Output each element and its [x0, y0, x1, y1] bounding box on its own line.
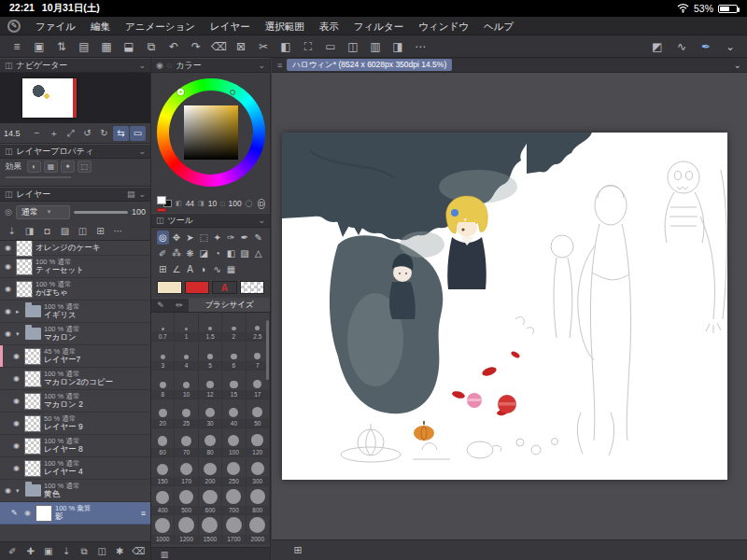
sv-marker[interactable]: [230, 90, 235, 95]
brush-size-20[interactable]: 20: [151, 399, 175, 428]
brush-size-0.7[interactable]: 0.7: [151, 313, 175, 342]
brush-size-150[interactable]: 150: [151, 457, 175, 486]
tool-decoration-icon[interactable]: ❋: [184, 246, 196, 260]
brush-size-1500[interactable]: 1500: [199, 515, 222, 544]
brush-size-100[interactable]: 100: [222, 428, 246, 457]
brush-size-70[interactable]: 70: [175, 428, 198, 457]
layer-thumbnail[interactable]: [16, 241, 33, 257]
palette-dock-icon[interactable]: ▥: [157, 550, 172, 559]
brush-size-50[interactable]: 50: [247, 399, 270, 428]
layer-thumbnail[interactable]: [16, 259, 33, 275]
cmd-new-file-icon[interactable]: ▤: [77, 40, 92, 53]
sub-color-chip[interactable]: [157, 208, 166, 212]
main-sub-color-swatch[interactable]: [157, 196, 172, 207]
layer-thumbnail[interactable]: [35, 505, 52, 522]
visibility-eye-icon[interactable]: ◉: [3, 262, 13, 271]
folder-icon[interactable]: [25, 484, 41, 497]
brush-size-80[interactable]: 80: [199, 428, 222, 457]
panel-dock-icon[interactable]: ◫: [156, 216, 164, 225]
tool-operation-icon[interactable]: ➤: [184, 231, 196, 245]
cmd-smoothing-icon[interactable]: ∿: [674, 40, 689, 53]
folder-icon[interactable]: [25, 305, 41, 317]
text-color-swatch[interactable]: A: [212, 281, 237, 294]
layer-row-layer8[interactable]: ◉ 100 % 通常 レイヤー 8: [0, 435, 150, 457]
layer-row-folder-macaron[interactable]: ◉ ▾ 100 % 通常 マカロン: [0, 323, 150, 345]
cmd-deselect-icon[interactable]: ⊠: [233, 40, 248, 53]
brush-size-200[interactable]: 200: [199, 457, 222, 486]
tool-eyedropper-icon[interactable]: ✑: [225, 231, 237, 245]
layer-action-ruler-icon[interactable]: ⊞: [92, 224, 108, 239]
nav-rotate-right-icon[interactable]: ↻: [96, 126, 112, 141]
layer-thumbnail[interactable]: [24, 438, 41, 455]
menu-item-edit-icon[interactable]: 編集: [83, 17, 118, 35]
main-color-swatch[interactable]: [157, 281, 182, 294]
layer-row-macaron2[interactable]: ◉ 100 % 通常 マカロン 2: [0, 390, 150, 413]
drawing-canvas[interactable]: [282, 133, 727, 480]
layer-footer-mask-icon[interactable]: ◫: [96, 546, 108, 557]
brush-size-600[interactable]: 600: [199, 486, 222, 515]
saturation-value-square[interactable]: [184, 105, 238, 160]
folder-expand-arrow-icon[interactable]: ▾: [16, 487, 22, 495]
cmd-cut-icon[interactable]: ✂: [256, 40, 271, 53]
tool-select-icon[interactable]: ⬚: [198, 231, 210, 245]
brush-size-10[interactable]: 10: [175, 371, 198, 399]
brush-size-3[interactable]: 3: [151, 342, 175, 371]
visibility-eye-icon[interactable]: ◉: [3, 486, 13, 495]
brush-tab-pen-icon[interactable]: ✎: [151, 299, 170, 312]
tool-airbrush-icon[interactable]: ⁂: [171, 246, 183, 260]
document-tab[interactable]: ハロウィン* (8524 x 6028px 350dpi 14.5%): [287, 59, 452, 71]
blend-mode-select[interactable]: 通常▾: [16, 205, 70, 219]
layer-row-macaron2-copy[interactable]: ◉ ✎ 100 % 通常 マカロン2のコピー: [0, 368, 150, 390]
folder-expand-arrow-icon[interactable]: ▾: [16, 330, 22, 338]
brush-size-1200[interactable]: 1200: [175, 515, 198, 544]
transparent-color-swatch[interactable]: [240, 281, 265, 294]
tool-pen-icon[interactable]: ✒: [239, 231, 251, 245]
brightness-value[interactable]: 100: [228, 199, 241, 208]
cmd-snap-parallel-icon[interactable]: ◫: [345, 40, 360, 53]
layer-row-layer4[interactable]: ◉ 100 % 通常 レイヤー 4: [0, 457, 150, 480]
layer-action-lock-layer-icon[interactable]: ◘: [39, 224, 55, 239]
tool-fill-tool-icon[interactable]: ◧: [225, 246, 237, 260]
cmd-canvas-settings-icon[interactable]: ▣: [32, 40, 47, 53]
menu-item-layer-icon[interactable]: レイヤー: [203, 17, 258, 35]
tool-frame-border-icon[interactable]: ⊞: [157, 262, 169, 276]
layer-footer-new-layer-icon[interactable]: ✚: [24, 546, 36, 557]
menu-item-help-icon[interactable]: ヘルプ: [476, 17, 521, 35]
cmd-collapse-icon[interactable]: ⌄: [723, 40, 738, 53]
saturation-value[interactable]: 10: [208, 199, 217, 208]
brush-size-30[interactable]: 30: [199, 399, 222, 428]
brush-size-1.5[interactable]: 1.5: [199, 313, 222, 342]
brush-size-170[interactable]: 170: [175, 457, 198, 486]
layer-drag-handle[interactable]: ≡: [141, 509, 148, 518]
fx-border-effect-icon[interactable]: ◐: [27, 161, 41, 173]
visibility-eye-icon[interactable]: ◉: [11, 374, 21, 383]
panel-dock-icon[interactable]: ◫: [5, 147, 13, 156]
brush-size-tab[interactable]: ブラシサイズ: [189, 299, 270, 312]
nav-zoom-out-icon[interactable]: −: [29, 126, 45, 141]
brush-size-300[interactable]: 300: [247, 457, 270, 486]
tool-gradient-icon[interactable]: ▨: [239, 246, 251, 260]
layer-thumbnail[interactable]: [24, 415, 41, 432]
cmd-open-file-icon[interactable]: ▦: [99, 40, 114, 53]
app-logo-icon[interactable]: ✎: [7, 20, 21, 33]
cmd-delete-icon[interactable]: ⌫: [211, 40, 226, 53]
brush-size-700[interactable]: 700: [222, 486, 246, 515]
layer-action-palette-more-icon[interactable]: ⋯: [110, 224, 126, 239]
folder-collapse-arrow-icon[interactable]: ▸: [16, 308, 22, 315]
cmd-more-icon[interactable]: ⋯: [413, 40, 428, 53]
brush-size-25[interactable]: 25: [175, 399, 198, 428]
layer-row-orange-cake[interactable]: ◉ オレンジのケーキ: [0, 241, 150, 256]
cmd-snap-vanish-icon[interactable]: ◨: [390, 40, 405, 53]
tool-eraser-icon[interactable]: ◪: [198, 246, 210, 260]
layer-footer-new-folder-icon[interactable]: ▣: [42, 546, 54, 557]
brush-size-400[interactable]: 400: [151, 486, 175, 515]
tool-move-icon[interactable]: ✥: [171, 231, 183, 245]
tab-chevron-icon[interactable]: ⌄: [734, 60, 741, 70]
cmd-fill-icon[interactable]: ◧: [278, 40, 293, 53]
layer-action-clipping-icon[interactable]: ◨: [21, 224, 37, 239]
cmd-snap-radial-icon[interactable]: ▥: [368, 40, 383, 53]
brush-size-2[interactable]: 2: [222, 313, 246, 342]
color-wheel-tab-icon[interactable]: ◉: [156, 61, 163, 70]
layer-thumbnail[interactable]: [16, 281, 33, 298]
fx-reference-layer-icon[interactable]: ⬚: [78, 161, 92, 173]
